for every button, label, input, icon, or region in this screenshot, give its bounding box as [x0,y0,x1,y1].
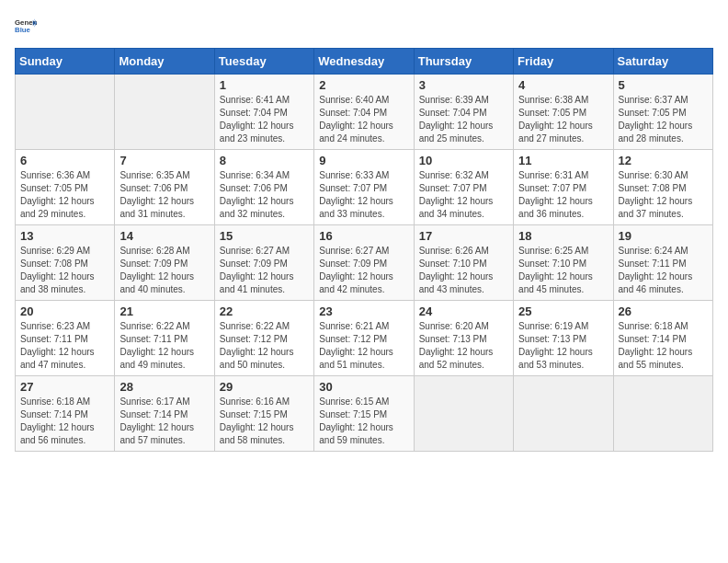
day-number: 25 [518,304,608,318]
day-number: 8 [220,154,309,167]
day-info: Sunrise: 6:18 AMSunset: 7:14 PMDaylight:… [20,396,109,447]
day-info: Sunrise: 6:25 AMSunset: 7:10 PMDaylight:… [518,245,608,296]
day-number: 4 [518,78,608,92]
day-number: 11 [518,154,608,167]
day-number: 19 [619,229,708,243]
calendar-cell: 4Sunrise: 6:38 AMSunset: 7:05 PMDaylight… [514,75,613,150]
calendar-cell: 29Sunrise: 6:16 AMSunset: 7:15 PMDayligh… [214,376,313,452]
calendar-week-row: 13Sunrise: 6:29 AMSunset: 7:08 PMDayligh… [16,225,713,301]
day-info: Sunrise: 6:36 AMSunset: 7:05 PMDaylight:… [20,169,109,221]
day-number: 28 [119,380,209,394]
day-of-week-header: Monday [115,49,214,75]
calendar-week-row: 27Sunrise: 6:18 AMSunset: 7:14 PMDayligh… [16,376,713,452]
calendar-cell: 1Sunrise: 6:41 AMSunset: 7:04 PMDaylight… [214,75,313,150]
calendar-cell: 26Sunrise: 6:18 AMSunset: 7:14 PMDayligh… [613,301,712,376]
calendar-cell: 19Sunrise: 6:24 AMSunset: 7:11 PMDayligh… [613,225,712,301]
day-of-week-header: Friday [514,49,613,75]
day-info: Sunrise: 6:35 AMSunset: 7:06 PMDaylight:… [119,169,209,221]
day-info: Sunrise: 6:38 AMSunset: 7:05 PMDaylight:… [518,94,608,145]
calendar-cell: 7Sunrise: 6:35 AMSunset: 7:06 PMDaylight… [115,150,214,225]
day-info: Sunrise: 6:16 AMSunset: 7:15 PMDaylight:… [220,396,309,447]
day-info: Sunrise: 6:22 AMSunset: 7:12 PMDaylight:… [220,320,309,372]
day-number: 1 [220,78,309,92]
day-number: 5 [619,78,708,92]
day-number: 20 [20,304,109,318]
calendar-cell: 14Sunrise: 6:28 AMSunset: 7:09 PMDayligh… [115,225,214,301]
day-info: Sunrise: 6:21 AMSunset: 7:12 PMDaylight:… [319,320,408,372]
day-number: 22 [220,304,309,318]
calendar-header: SundayMondayTuesdayWednesdayThursdayFrid… [16,49,713,75]
day-info: Sunrise: 6:27 AMSunset: 7:09 PMDaylight:… [319,245,408,296]
calendar-cell: 30Sunrise: 6:15 AMSunset: 7:15 PMDayligh… [314,376,414,452]
day-info: Sunrise: 6:39 AMSunset: 7:04 PMDaylight:… [419,94,508,145]
calendar-cell: 8Sunrise: 6:34 AMSunset: 7:06 PMDaylight… [214,150,313,225]
calendar-cell: 27Sunrise: 6:18 AMSunset: 7:14 PMDayligh… [16,376,115,452]
day-number: 29 [220,380,309,394]
day-info: Sunrise: 6:19 AMSunset: 7:13 PMDaylight:… [518,320,608,372]
day-info: Sunrise: 6:24 AMSunset: 7:11 PMDaylight:… [619,245,708,296]
day-info: Sunrise: 6:28 AMSunset: 7:09 PMDaylight:… [119,245,209,296]
day-info: Sunrise: 6:41 AMSunset: 7:04 PMDaylight:… [220,94,309,145]
calendar-cell: 9Sunrise: 6:33 AMSunset: 7:07 PMDaylight… [314,150,414,225]
calendar-cell: 2Sunrise: 6:40 AMSunset: 7:04 PMDaylight… [314,75,414,150]
day-number: 21 [119,304,209,318]
day-info: Sunrise: 6:27 AMSunset: 7:09 PMDaylight:… [220,245,309,296]
day-info: Sunrise: 6:23 AMSunset: 7:11 PMDaylight:… [20,320,109,372]
logo: General Blue [15,15,37,37]
calendar-table: SundayMondayTuesdayWednesdayThursdayFrid… [15,48,713,452]
calendar-cell: 13Sunrise: 6:29 AMSunset: 7:08 PMDayligh… [16,225,115,301]
page-header: General Blue [15,15,713,37]
day-number: 26 [619,304,708,318]
calendar-cell: 24Sunrise: 6:20 AMSunset: 7:13 PMDayligh… [414,301,513,376]
calendar-cell [414,376,513,452]
calendar-cell [16,75,115,150]
calendar-cell [514,376,613,452]
day-info: Sunrise: 6:34 AMSunset: 7:06 PMDaylight:… [220,169,309,221]
day-info: Sunrise: 6:18 AMSunset: 7:14 PMDaylight:… [619,320,708,372]
calendar-cell: 22Sunrise: 6:22 AMSunset: 7:12 PMDayligh… [214,301,313,376]
day-number: 13 [20,229,109,243]
day-info: Sunrise: 6:31 AMSunset: 7:07 PMDaylight:… [518,169,608,221]
day-info: Sunrise: 6:22 AMSunset: 7:11 PMDaylight:… [119,320,209,372]
day-number: 10 [419,154,508,167]
calendar-cell: 15Sunrise: 6:27 AMSunset: 7:09 PMDayligh… [214,225,313,301]
calendar-cell: 20Sunrise: 6:23 AMSunset: 7:11 PMDayligh… [16,301,115,376]
calendar-cell: 10Sunrise: 6:32 AMSunset: 7:07 PMDayligh… [414,150,513,225]
day-number: 3 [419,78,508,92]
day-info: Sunrise: 6:33 AMSunset: 7:07 PMDaylight:… [319,169,408,221]
day-info: Sunrise: 6:20 AMSunset: 7:13 PMDaylight:… [419,320,508,372]
day-of-week-header: Sunday [16,49,115,75]
day-number: 16 [319,229,408,243]
day-number: 9 [319,154,408,167]
days-of-week-row: SundayMondayTuesdayWednesdayThursdayFrid… [16,49,713,75]
day-number: 24 [419,304,508,318]
day-info: Sunrise: 6:30 AMSunset: 7:08 PMDaylight:… [619,169,708,221]
day-number: 14 [119,229,209,243]
calendar-cell: 21Sunrise: 6:22 AMSunset: 7:11 PMDayligh… [115,301,214,376]
day-number: 12 [619,154,708,167]
calendar-cell: 3Sunrise: 6:39 AMSunset: 7:04 PMDaylight… [414,75,513,150]
day-number: 17 [419,229,508,243]
day-number: 30 [319,380,408,394]
calendar-cell: 23Sunrise: 6:21 AMSunset: 7:12 PMDayligh… [314,301,414,376]
day-of-week-header: Wednesday [314,49,414,75]
calendar-cell: 18Sunrise: 6:25 AMSunset: 7:10 PMDayligh… [514,225,613,301]
calendar-cell: 28Sunrise: 6:17 AMSunset: 7:14 PMDayligh… [115,376,214,452]
calendar-cell: 11Sunrise: 6:31 AMSunset: 7:07 PMDayligh… [514,150,613,225]
generalblue-logo-icon: General Blue [15,15,37,37]
day-number: 23 [319,304,408,318]
day-info: Sunrise: 6:15 AMSunset: 7:15 PMDaylight:… [319,396,408,447]
calendar-week-row: 6Sunrise: 6:36 AMSunset: 7:05 PMDaylight… [16,150,713,225]
day-number: 6 [20,154,109,167]
calendar-week-row: 20Sunrise: 6:23 AMSunset: 7:11 PMDayligh… [16,301,713,376]
calendar-body: 1Sunrise: 6:41 AMSunset: 7:04 PMDaylight… [16,75,713,452]
day-info: Sunrise: 6:40 AMSunset: 7:04 PMDaylight:… [319,94,408,145]
day-info: Sunrise: 6:29 AMSunset: 7:08 PMDaylight:… [20,245,109,296]
svg-text:Blue: Blue [15,26,31,34]
day-info: Sunrise: 6:17 AMSunset: 7:14 PMDaylight:… [119,396,209,447]
day-info: Sunrise: 6:26 AMSunset: 7:10 PMDaylight:… [419,245,508,296]
day-info: Sunrise: 6:32 AMSunset: 7:07 PMDaylight:… [419,169,508,221]
day-number: 7 [119,154,209,167]
calendar-cell [115,75,214,150]
day-number: 2 [319,78,408,92]
